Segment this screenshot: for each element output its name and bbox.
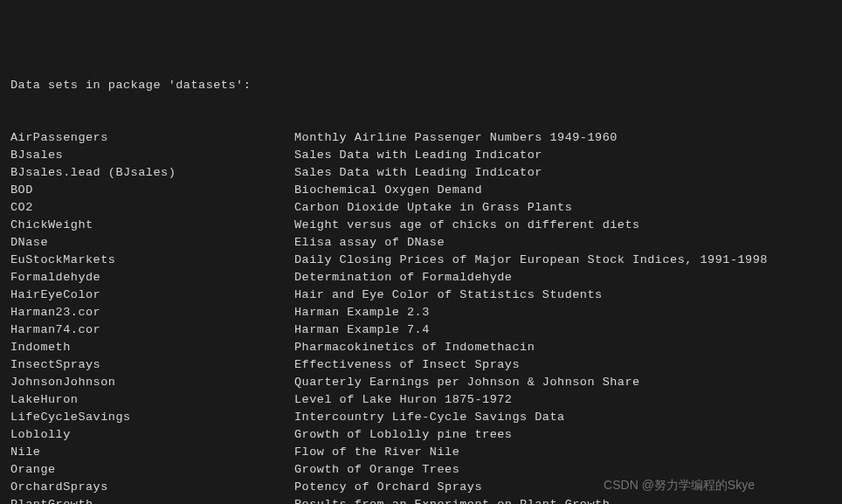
dataset-row: HairEyeColorHair and Eye Color of Statis… [10,287,832,304]
dataset-description: Sales Data with Leading Indicator [294,147,832,164]
dataset-description: Daily Closing Prices of Major European S… [294,252,832,269]
dataset-description: Determination of Formaldehyde [294,269,832,287]
dataset-row: LoblollyGrowth of Loblolly pine trees [10,426,832,444]
dataset-name: LifeCycleSavings [10,409,294,426]
dataset-name: JohnsonJohnson [10,374,294,391]
dataset-description: Harman Example 2.3 [294,304,832,321]
dataset-row: CO2Carbon Dioxide Uptake in Grass Plants [10,199,832,217]
dataset-name: InsectSprays [10,356,294,374]
dataset-row: ChickWeightWeight versus age of chicks o… [10,217,832,234]
dataset-name: BJsales [10,147,294,164]
dataset-description: Elisa assay of DNase [294,234,832,252]
dataset-name: Harman23.cor [10,304,294,321]
dataset-description: Level of Lake Huron 1875-1972 [294,391,832,409]
dataset-row: LakeHuronLevel of Lake Huron 1875-1972 [10,391,832,409]
dataset-name: OrchardSprays [10,479,294,496]
dataset-description: Effectiveness of Insect Sprays [294,356,832,374]
dataset-description: Hair and Eye Color of Statistics Student… [294,287,832,304]
dataset-row: FormaldehydeDetermination of Formaldehyd… [10,269,832,287]
dataset-row: LifeCycleSavingsIntercountry Life-Cycle … [10,409,832,426]
dataset-row: NileFlow of the River Nile [10,444,832,461]
dataset-description: Quarterly Earnings per Johnson & Johnson… [294,374,832,391]
dataset-row: Harman23.corHarman Example 2.3 [10,304,832,321]
dataset-name: Formaldehyde [10,269,294,287]
dataset-row: IndomethPharmacokinetics of Indomethacin [10,339,832,356]
dataset-name: Orange [10,461,294,479]
dataset-name: Indometh [10,339,294,356]
dataset-description: Flow of the River Nile [294,444,832,461]
dataset-name: CO2 [10,199,294,217]
dataset-name: EuStockMarkets [10,252,294,269]
dataset-description: Growth of Loblolly pine trees [294,426,832,444]
dataset-row: BJsalesSales Data with Leading Indicator [10,147,832,164]
dataset-row: BJsales.lead (BJsales)Sales Data with Le… [10,164,832,182]
dataset-description: Biochemical Oxygen Demand [294,182,832,199]
dataset-name: BOD [10,182,294,199]
dataset-description: Weight versus age of chicks on different… [294,217,832,234]
dataset-row: DNaseElisa assay of DNase [10,234,832,252]
dataset-description: Pharmacokinetics of Indomethacin [294,339,832,356]
dataset-name: Harman74.cor [10,321,294,339]
dataset-name: Loblolly [10,426,294,444]
dataset-description: Results from an Experiment on Plant Grow… [294,496,832,504]
dataset-name: LakeHuron [10,391,294,409]
dataset-row: JohnsonJohnsonQuarterly Earnings per Joh… [10,374,832,391]
dataset-description: Intercountry Life-Cycle Savings Data [294,409,832,426]
dataset-name: PlantGrowth [10,496,294,504]
dataset-row: BODBiochemical Oxygen Demand [10,182,832,199]
dataset-name: Nile [10,444,294,461]
dataset-description: Harman Example 7.4 [294,321,832,339]
dataset-description: Carbon Dioxide Uptake in Grass Plants [294,199,832,217]
dataset-description: Monthly Airline Passenger Numbers 1949-1… [294,129,832,147]
dataset-row: EuStockMarketsDaily Closing Prices of Ma… [10,252,832,269]
dataset-name: ChickWeight [10,217,294,234]
datasets-header: Data sets in package 'datasets': [10,77,832,94]
dataset-row: PlantGrowthResults from an Experiment on… [10,496,832,504]
dataset-name: HairEyeColor [10,287,294,304]
dataset-name: AirPassengers [10,129,294,147]
dataset-row: InsectSpraysEffectiveness of Insect Spra… [10,356,832,374]
dataset-description: Sales Data with Leading Indicator [294,164,832,182]
dataset-name: BJsales.lead (BJsales) [10,164,294,182]
dataset-row: AirPassengersMonthly Airline Passenger N… [10,129,832,147]
datasets-list: AirPassengersMonthly Airline Passenger N… [10,129,832,504]
dataset-name: DNase [10,234,294,252]
watermark-text: CSDN @努力学编程的Skye [604,476,755,494]
dataset-row: Harman74.corHarman Example 7.4 [10,321,832,339]
